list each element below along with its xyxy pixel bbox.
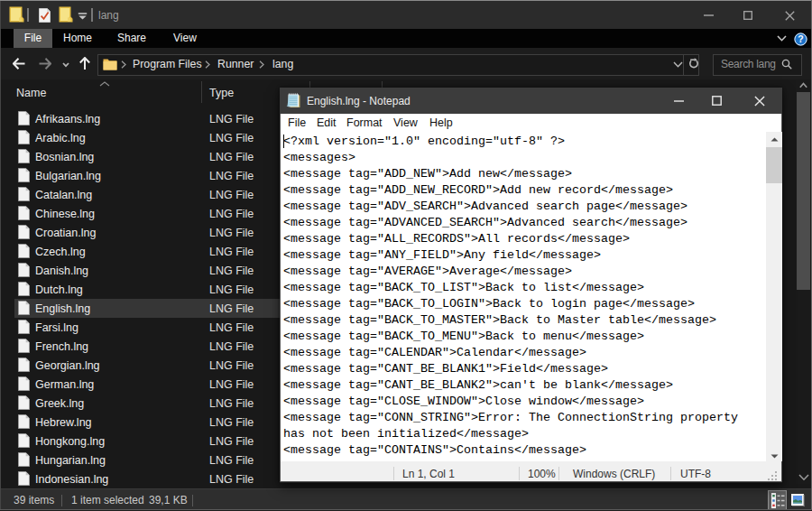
svg-text:?: ? [798,33,803,44]
